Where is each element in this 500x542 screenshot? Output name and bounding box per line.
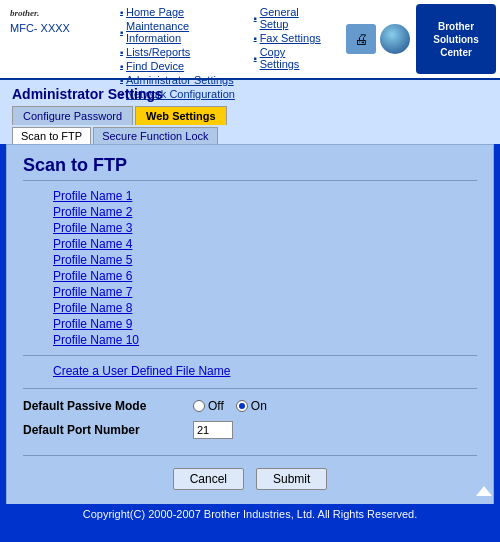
port-number-input[interactable] <box>193 421 233 439</box>
brother-text: brother. <box>10 8 100 18</box>
profile-4[interactable]: Profile Name 4 <box>53 237 477 251</box>
profile-5[interactable]: Profile Name 5 <box>53 253 477 267</box>
port-number-label: Default Port Number <box>23 423 183 437</box>
create-user-defined-link[interactable]: Create a User Defined File Name <box>53 364 230 378</box>
header: brother. MFC- XXXX Home Page Maintenance… <box>0 0 500 80</box>
admin-title: Administrator Settings <box>12 86 488 102</box>
radio-off-label: Off <box>208 399 224 413</box>
nav-maintenance[interactable]: Maintenance Information <box>120 20 240 44</box>
page-title: Scan to FTP <box>23 155 477 181</box>
radio-off[interactable] <box>193 400 205 412</box>
profiles-list: Profile Name 1 Profile Name 2 Profile Na… <box>53 189 477 347</box>
submit-button[interactable]: Submit <box>256 468 327 490</box>
cancel-button[interactable]: Cancel <box>173 468 244 490</box>
nav-col2: General Setup Fax Settings Copy Settings <box>254 6 326 74</box>
copyright-text: Copyright(C) 2000-2007 Brother Industrie… <box>83 508 417 520</box>
radio-on[interactable] <box>236 400 248 412</box>
buttons-row: Cancel Submit <box>23 455 477 490</box>
nav-general[interactable]: General Setup <box>254 6 326 30</box>
nav-col1: Home Page Maintenance Information Lists/… <box>120 6 240 74</box>
subtab-secure-lock[interactable]: Secure Function Lock <box>93 127 217 144</box>
passive-mode-on[interactable]: On <box>236 399 267 413</box>
model-number: MFC- XXXX <box>10 22 100 34</box>
radio-on-label: On <box>251 399 267 413</box>
tabs-row: Configure Password Web Settings <box>12 106 488 125</box>
port-number-row: Default Port Number <box>23 421 477 439</box>
globe-icon <box>380 24 410 54</box>
profile-7[interactable]: Profile Name 7 <box>53 285 477 299</box>
nav-admin[interactable]: Administrator Settings <box>120 74 240 86</box>
profile-9[interactable]: Profile Name 9 <box>53 317 477 331</box>
solutions-center-button[interactable]: Brother Solutions Center <box>416 4 496 74</box>
passive-mode-label: Default Passive Mode <box>23 399 183 413</box>
nav-area: Home Page Maintenance Information Lists/… <box>110 0 340 78</box>
tab-configure-password[interactable]: Configure Password <box>12 106 133 125</box>
icon-area: 🖨 <box>340 0 416 78</box>
scroll-up-arrow[interactable] <box>476 486 492 496</box>
footer: Copyright(C) 2000-2007 Brother Industrie… <box>0 504 500 524</box>
subtab-scan-ftp[interactable]: Scan to FTP <box>12 127 91 144</box>
create-link-row: Create a User Defined File Name <box>23 355 477 378</box>
passive-mode-row: Default Passive Mode Off On <box>23 399 477 413</box>
logo-area: brother. MFC- XXXX <box>0 0 110 78</box>
nav-find[interactable]: Find Device <box>120 60 240 72</box>
passive-mode-radio-group: Off On <box>193 399 267 413</box>
settings-section: Default Passive Mode Off On Default Port… <box>23 388 477 439</box>
main-content: Scan to FTP Profile Name 1 Profile Name … <box>6 144 494 524</box>
subtabs-row: Scan to FTP Secure Function Lock <box>12 127 488 144</box>
profile-3[interactable]: Profile Name 3 <box>53 221 477 235</box>
brother-logo: brother. <box>10 8 100 18</box>
tab-web-settings[interactable]: Web Settings <box>135 106 226 125</box>
passive-mode-off[interactable]: Off <box>193 399 224 413</box>
nav-lists[interactable]: Lists/Reports <box>120 46 240 58</box>
admin-settings-bar: Administrator Settings Configure Passwor… <box>0 80 500 144</box>
profile-2[interactable]: Profile Name 2 <box>53 205 477 219</box>
device-icon: 🖨 <box>346 24 376 54</box>
nav-home[interactable]: Home Page <box>120 6 240 18</box>
profile-8[interactable]: Profile Name 8 <box>53 301 477 315</box>
profile-6[interactable]: Profile Name 6 <box>53 269 477 283</box>
nav-copy[interactable]: Copy Settings <box>254 46 326 70</box>
profile-10[interactable]: Profile Name 10 <box>53 333 477 347</box>
profile-1[interactable]: Profile Name 1 <box>53 189 477 203</box>
nav-fax[interactable]: Fax Settings <box>254 32 326 44</box>
